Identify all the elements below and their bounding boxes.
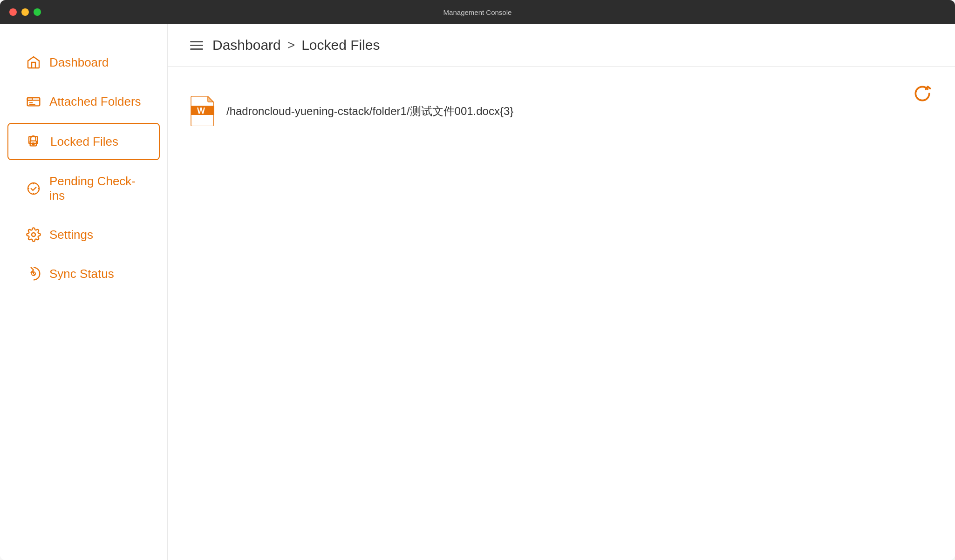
sidebar-item-pending-checkins-label: Pending Check-ins [49,174,141,203]
breadcrumb-current: Locked Files [301,37,380,53]
word-file-icon: W [190,96,215,126]
breadcrumb: Dashboard > Locked Files [212,37,380,53]
checkin-icon [26,181,41,196]
sidebar-item-locked-files-label: Locked Files [50,135,118,149]
sidebar-item-sync-status-label: Sync Status [49,267,114,281]
window-controls [9,8,41,16]
hamburger-menu-button[interactable] [190,41,203,50]
sidebar-item-settings-label: Settings [49,228,93,242]
menu-line-2 [190,45,203,46]
main-layout: Dashboard Attached Folders [0,24,955,560]
window-title: Management Console [443,8,512,16]
app-window: Management Console Dashboard [0,0,955,560]
maximize-button[interactable] [34,8,41,16]
menu-line-1 [190,41,203,42]
svg-point-5 [28,183,39,194]
sidebar: Dashboard Attached Folders [0,24,168,560]
sidebar-item-attached-folders[interactable]: Attached Folders [7,84,160,119]
sidebar-item-dashboard[interactable]: Dashboard [7,45,160,80]
home-icon [26,55,41,70]
content-header: Dashboard > Locked Files [168,24,955,67]
folder-icon [26,94,41,109]
content-body: W /hadroncloud-yuening-cstack/folder1/测试… [168,67,955,560]
breadcrumb-parent[interactable]: Dashboard [212,37,281,53]
breadcrumb-separator: > [287,38,295,53]
minimize-button[interactable] [21,8,29,16]
refresh-button[interactable] [912,83,933,108]
menu-line-3 [190,48,203,50]
sidebar-item-attached-folders-label: Attached Folders [49,94,141,109]
gear-icon [26,227,41,242]
sidebar-item-settings[interactable]: Settings [7,217,160,252]
content-area: Dashboard > Locked Files [168,24,955,560]
sidebar-item-pending-checkins[interactable]: Pending Check-ins [7,164,160,213]
file-item[interactable]: W /hadroncloud-yuening-cstack/folder1/测试… [190,90,933,133]
svg-point-6 [32,233,35,236]
svg-text:W: W [197,106,205,115]
sidebar-item-dashboard-label: Dashboard [49,55,109,70]
lock-icon [27,134,42,149]
close-button[interactable] [9,8,17,16]
title-bar: Management Console [0,0,955,24]
svg-point-4 [32,143,34,145]
sidebar-item-locked-files[interactable]: Locked Files [7,123,160,160]
sync-icon [26,266,41,281]
file-name: /hadroncloud-yuening-cstack/folder1/测试文件… [226,104,513,119]
sidebar-item-sync-status[interactable]: Sync Status [7,256,160,291]
file-list: W /hadroncloud-yuening-cstack/folder1/测试… [190,90,933,133]
